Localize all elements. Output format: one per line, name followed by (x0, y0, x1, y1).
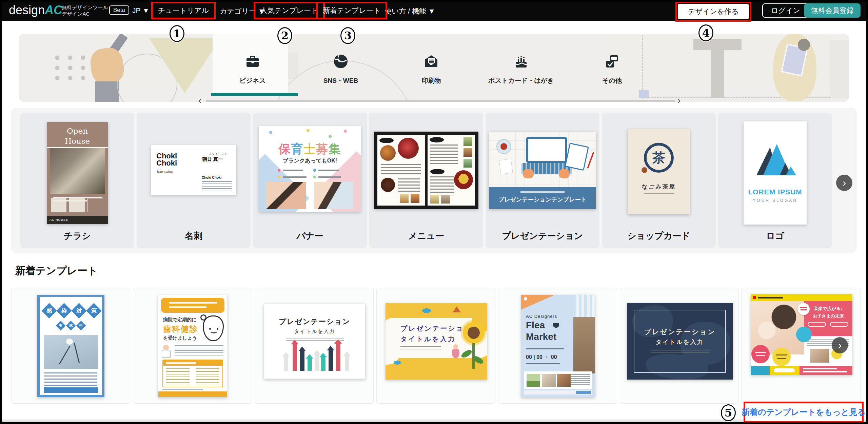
presentation-arrows-thumbnail: プレゼンテーション タイトルを入力 (264, 304, 366, 379)
new-template-presentation-worldmap[interactable]: プレゼンテーション タイトルを入力 (620, 288, 739, 404)
tab-print[interactable]: 印刷物 (391, 53, 472, 85)
nav-item-popular-templates[interactable]: 人気テンプレート (254, 2, 325, 19)
decor-person-right-head (798, 39, 810, 51)
category-label: ロゴ (718, 230, 832, 242)
beta-badge: Beta (109, 5, 129, 15)
tooth-character (203, 315, 224, 341)
decor-triangle (149, 38, 220, 93)
create-design-highlight: デザインを作る (675, 1, 751, 22)
carousel-next-button[interactable]: › (836, 175, 852, 191)
hero-banner: ビジネス SNS・WEB 印刷物 ポストカード・はがき その他 (0, 21, 868, 105)
frame-bottom (0, 422, 868, 424)
new-template-presentation-sunflower[interactable]: プレゼンテーション タイトルを入力 (376, 288, 495, 404)
briefcase-icon (212, 53, 293, 72)
login-button[interactable]: ログイン (762, 3, 809, 18)
flyer-photo (50, 148, 105, 194)
shop-card-thumbnail: 茶 なごみ茶屋 (628, 129, 690, 214)
annotation-circle-1: 1 (170, 25, 184, 42)
logo-tagline: 無料デザインツール デザインAC (62, 4, 108, 17)
category-card-business-card[interactable]: ChokiChoki hair salon スタイリスト 朝日 真一 Choki… (137, 113, 251, 248)
tab-scroll-prev[interactable]: ‹ (198, 95, 201, 106)
create-design-button[interactable]: デザインを作る (678, 4, 749, 19)
category-card-shop-card[interactable]: 茶 なごみ茶屋 ショップカード (602, 113, 716, 248)
new-template-flea-market[interactable]: AC Designers Flea Market 00 | 00 ・ 00 (498, 288, 617, 404)
globe-icon (300, 53, 381, 72)
tab-other[interactable]: その他 (571, 53, 653, 85)
flea-market-thumbnail: AC Designers Flea Market 00 | 00 ・ 00 (521, 295, 595, 397)
tab-sns-web[interactable]: SNS・WEB (300, 53, 381, 85)
decor-dashed-guide-h (645, 97, 848, 98)
frame-left (0, 0, 2, 424)
decor-letter-t-stem (711, 44, 724, 98)
logo-thumbnail: LOREM IPSUM YOUR SLOGAN (744, 121, 807, 225)
category-label: ショップカード (602, 230, 716, 242)
nav-item-new-templates[interactable]: 新着テンプレート (316, 2, 387, 19)
nav-item-tutorial[interactable]: チュートリアル (151, 2, 216, 19)
flyer-thumbnail: OpenHouse AC HOUSE (47, 122, 108, 224)
banner-title: 保育士募集 (259, 141, 361, 157)
category-card-banner[interactable]: 保育士募集 ブランクあってもOK! バナー (253, 113, 367, 248)
designac-logo[interactable]: designAC (9, 3, 62, 17)
decor-person-left-legs (95, 81, 119, 102)
signup-button[interactable]: 無料会員登録 (804, 3, 861, 18)
layers-icon (571, 53, 653, 72)
new-template-presentation-arrows[interactable]: プレゼンテーション タイトルを入力 (255, 288, 374, 404)
locale-dropdown[interactable]: JP ▼ (132, 6, 150, 15)
presentation-thumbnail: プレゼンテーションテンプレート (489, 132, 596, 209)
category-label: プレゼンテーション (486, 230, 599, 242)
new-template-dental-flyer[interactable]: 病院で定期的に 歯科健診 を受けましょう (133, 288, 252, 404)
music-school-thumbnail: 音楽で広がる♪ お子さまの未来 (751, 294, 852, 375)
presentation-worldmap-thumbnail: プレゼンテーション タイトルを入力 (627, 303, 733, 380)
menu-thumbnail (374, 132, 478, 209)
annotation-circle-3: 3 (340, 27, 355, 44)
decor-rect-2 (830, 40, 849, 98)
annotation-circle-4: 4 (698, 24, 713, 41)
new-template-infection-flyer[interactable]: 感 染 対 策 実 施 中 (11, 288, 130, 404)
decor-dots (51, 53, 90, 82)
presentation-sunflower-thumbnail: プレゼンテーション タイトルを入力 (386, 303, 487, 380)
more-link-highlight: 新着のテンプレートをもっと見る (744, 402, 864, 423)
see-more-new-templates-link[interactable]: 新着のテンプレートをもっと見る (742, 407, 866, 418)
tab-business[interactable]: ビジネス (212, 53, 293, 85)
nav-item-howto[interactable]: 使い方 / 機能 ▼ (384, 6, 435, 16)
new-templates-next-button[interactable]: › (832, 337, 848, 353)
category-label: チラシ (20, 230, 134, 242)
frame-right (866, 0, 868, 424)
tab-scroll-next[interactable]: › (677, 95, 680, 106)
new-templates-heading: 新着テンプレート (15, 264, 98, 278)
category-card-flyer[interactable]: OpenHouse AC HOUSE チラシ (20, 113, 134, 248)
tab-scroll-track[interactable] (206, 100, 675, 102)
category-carousel: OpenHouse AC HOUSE チラシ ChokiChoki hair s… (11, 108, 857, 253)
dental-flyer-thumbnail: 病院で定期的に 歯科健診 を受けましょう (158, 295, 228, 397)
mountain-logo-icon (751, 140, 799, 178)
tab-postcard[interactable]: ポストカード・はがき (480, 53, 562, 85)
annotation-circle-5: 5 (721, 404, 736, 421)
annotation-circle-2: 2 (277, 27, 292, 44)
category-label: 名刺 (137, 230, 251, 242)
category-card-logo[interactable]: LOREM IPSUM YOUR SLOGAN ロゴ (718, 113, 832, 248)
cake-icon (480, 53, 562, 72)
category-card-presentation[interactable]: プレゼンテーションテンプレート プレゼンテーション (486, 113, 599, 248)
top-navbar: designAC 無料デザインツール デザインAC Beta JP ▼ チュート… (0, 0, 868, 21)
category-label: メニュー (369, 230, 483, 242)
business-card-thumbnail: ChokiChoki hair salon スタイリスト 朝日 真一 Choki… (151, 145, 236, 195)
banner-thumbnail: 保育士募集 ブランクあってもOK! (259, 126, 361, 212)
category-label: バナー (253, 230, 367, 242)
frame-top (0, 0, 868, 2)
designac-homepage: designAC 無料デザインツール デザインAC Beta JP ▼ チュート… (0, 0, 868, 424)
mail-icon (391, 53, 472, 72)
infection-flyer-thumbnail: 感 染 対 策 実 施 中 (37, 295, 104, 397)
category-card-menu[interactable]: メニュー (369, 113, 483, 248)
active-tab-underline (211, 93, 298, 96)
